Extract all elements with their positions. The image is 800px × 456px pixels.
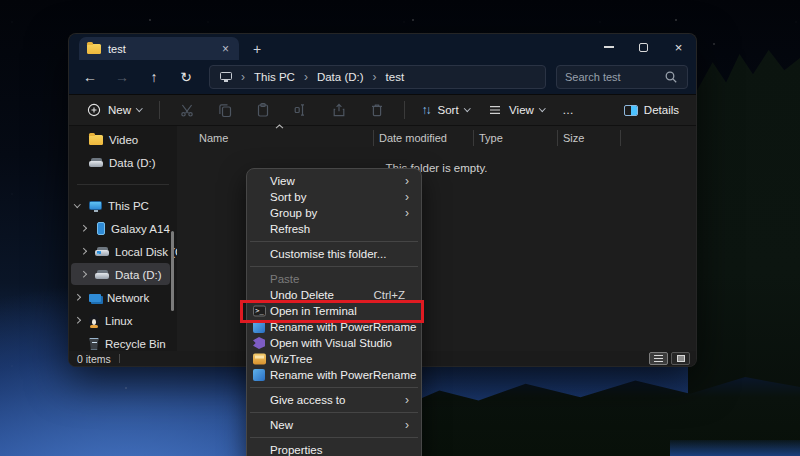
menu-item-group-by[interactable]: Group by › [251, 205, 417, 221]
sidebar-item-data-d[interactable]: Data (D:) [69, 263, 177, 286]
view-button[interactable]: View [480, 98, 551, 122]
chevron-right-icon[interactable] [74, 317, 80, 323]
menu-item-open-in-terminal[interactable]: >_ Open in Terminal [251, 303, 417, 319]
minimize-button[interactable] [591, 34, 626, 60]
sort-ascending-icon [275, 124, 284, 129]
refresh-button[interactable]: ↻ [171, 69, 201, 85]
menu-item-rename-with-powerrename-2[interactable]: Rename with PowerRename [251, 367, 417, 383]
sidebar-item-this-pc[interactable]: This PC [69, 194, 177, 217]
large-icons-view-toggle[interactable] [671, 352, 690, 365]
menu-item-view[interactable]: View › [251, 173, 417, 189]
sidebar-item-video[interactable]: Video [69, 128, 177, 151]
column-header-name[interactable]: Name [177, 130, 374, 146]
submenu-arrow-icon: › [405, 419, 409, 431]
sidebar-item-data-d-pinned[interactable]: Data (D:) [69, 151, 177, 174]
folder-icon [87, 44, 101, 54]
chevron-down-icon [464, 105, 470, 111]
sidebar-item-recycle-bin[interactable]: Recycle Bin [69, 332, 177, 351]
column-header-type[interactable]: Type [474, 130, 558, 146]
chevron-down-icon[interactable] [74, 201, 80, 207]
more-options-button[interactable]: … [555, 100, 581, 120]
menu-separator [250, 241, 418, 242]
column-header-size[interactable]: Size [558, 130, 621, 146]
rename-button[interactable] [284, 98, 318, 122]
menu-item-undo-delete[interactable]: Undo Delete Ctrl+Z [251, 287, 417, 303]
powerrename-icon [253, 321, 265, 333]
command-bar: New [69, 94, 696, 126]
navigation-pane: Video Data (D:) This PC Galaxy A14 [69, 126, 177, 351]
menu-item-open-with-visual-studio[interactable]: Open with Visual Studio [251, 335, 417, 351]
drive-icon [95, 273, 109, 279]
menu-item-new[interactable]: New › [251, 417, 417, 433]
maximize-button[interactable] [626, 34, 661, 60]
menu-item-rename-with-powerrename[interactable]: Rename with PowerRename [251, 319, 417, 335]
sidebar-item-network[interactable]: Network [69, 286, 177, 309]
breadcrumb-separator-icon: › [241, 70, 245, 84]
paste-button[interactable] [246, 98, 280, 122]
copy-icon [217, 102, 233, 118]
chevron-right-icon[interactable] [80, 271, 86, 277]
shortcut-label: Ctrl+Z [373, 289, 405, 301]
menu-item-refresh[interactable]: Refresh [251, 221, 417, 237]
menu-item-sort-by[interactable]: Sort by › [251, 189, 417, 205]
share-button[interactable] [322, 98, 356, 122]
tab-close-icon[interactable]: × [220, 43, 231, 55]
address-row: ← → ↑ ↻ › This PC › Data (D:) › test [69, 60, 696, 94]
search-input[interactable] [565, 71, 657, 83]
chevron-right-icon[interactable] [74, 294, 80, 300]
sidebar-item-galaxy-a14[interactable]: Galaxy A14 [69, 217, 177, 240]
menu-separator [250, 387, 418, 388]
breadcrumb-test[interactable]: test [386, 71, 405, 83]
view-toggles [649, 352, 690, 365]
sidebar-scrollbar[interactable] [171, 231, 174, 311]
new-button[interactable]: New [79, 98, 149, 122]
view-label: View [509, 104, 534, 116]
toolbar-divider [404, 101, 405, 119]
sidebar-item-local-disk-c[interactable]: Local Disk (C:) [69, 240, 177, 263]
new-tab-button[interactable]: + [253, 41, 261, 60]
menu-item-wiztree[interactable]: WizTree [251, 351, 417, 367]
details-view-icon [654, 355, 663, 362]
sort-arrows-icon: ↑↓ [422, 103, 430, 117]
submenu-arrow-icon: › [405, 191, 409, 203]
menu-item-properties[interactable]: Properties [251, 442, 417, 456]
wiztree-icon [253, 354, 266, 365]
menu-item-customise-this-folder[interactable]: Customise this folder... [251, 246, 417, 262]
submenu-arrow-icon: › [405, 175, 409, 187]
submenu-arrow-icon: › [405, 207, 409, 219]
sort-button[interactable]: ↑↓ Sort [415, 99, 477, 121]
cut-button[interactable] [170, 98, 204, 122]
close-icon: × [675, 41, 683, 54]
chevron-right-icon[interactable] [80, 248, 86, 254]
delete-button[interactable] [360, 98, 394, 122]
screen: test × + × ← → ↑ ↻ › This PC › Data (D:)… [0, 0, 800, 456]
menu-separator [250, 266, 418, 267]
close-button[interactable]: × [661, 34, 696, 60]
details-view-toggle[interactable] [649, 352, 668, 365]
new-label: New [108, 104, 131, 116]
chevron-right-icon[interactable] [80, 225, 86, 231]
minimize-icon [604, 46, 614, 47]
paste-icon [255, 102, 271, 118]
column-header-date-modified[interactable]: Date modified [374, 130, 474, 146]
sidebar-item-linux[interactable]: Linux [69, 309, 177, 332]
up-button[interactable]: ↑ [139, 69, 169, 85]
details-pane-icon [624, 105, 638, 116]
copy-button[interactable] [208, 98, 242, 122]
recycle-bin-icon [89, 338, 99, 350]
network-icon [89, 294, 101, 302]
maximize-icon [639, 43, 648, 52]
breadcrumb-data-d[interactable]: Data (D:) [317, 71, 364, 83]
address-bar[interactable]: › This PC › Data (D:) › test [209, 65, 546, 89]
back-button[interactable]: ← [75, 69, 105, 85]
explorer-tab[interactable]: test × [79, 37, 239, 60]
details-pane-button[interactable]: Details [617, 100, 686, 120]
drive-icon [89, 161, 103, 167]
trash-icon [369, 102, 385, 118]
menu-item-give-access-to[interactable]: Give access to › [251, 392, 417, 408]
breadcrumb-this-pc[interactable]: This PC [254, 71, 295, 83]
share-icon [331, 102, 347, 118]
forward-button[interactable]: → [107, 69, 137, 85]
search-box[interactable] [556, 65, 688, 89]
context-menu: View › Sort by › Group by › Refresh Cust… [246, 168, 422, 456]
